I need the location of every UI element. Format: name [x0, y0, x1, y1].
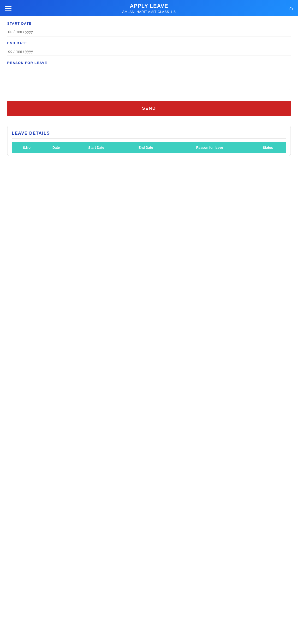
send-button[interactable]: SEND — [7, 100, 291, 116]
reason-group: REASON FOR LEAVE — [7, 61, 291, 91]
table-header: S.No Date Start Date End Date Reason for… — [12, 142, 286, 153]
col-reason: Reason for leave — [170, 142, 249, 153]
end-date-label: END DATE — [7, 41, 291, 45]
start-date-input[interactable] — [7, 28, 291, 36]
start-date-divider — [7, 36, 291, 36]
end-date-divider — [7, 56, 291, 56]
start-date-group: START DATE — [7, 22, 291, 36]
leave-details-card: LEAVE DETAILS S.No Date Start Date End D… — [7, 126, 291, 156]
header: APPLY LEAVE AMLANI HARIT AMIT CLASS-1 B … — [0, 0, 298, 16]
start-date-label: START DATE — [7, 22, 291, 26]
header-center: APPLY LEAVE AMLANI HARIT AMIT CLASS-1 B — [122, 3, 176, 14]
end-date-input[interactable] — [7, 48, 291, 56]
header-subtitle: AMLANI HARIT AMIT CLASS-1 B — [122, 10, 176, 14]
col-end-date: End Date — [122, 142, 170, 153]
page-title: APPLY LEAVE — [122, 3, 176, 9]
menu-icon[interactable] — [5, 6, 12, 10]
col-start-date: Start Date — [71, 142, 122, 153]
table-header-row: S.No Date Start Date End Date Reason for… — [12, 142, 286, 153]
reason-textarea[interactable] — [7, 67, 291, 91]
end-date-group: END DATE — [7, 41, 291, 56]
reason-label: REASON FOR LEAVE — [7, 61, 291, 65]
leave-details-title: LEAVE DETAILS — [12, 131, 286, 138]
col-sno: S.No — [12, 142, 42, 153]
home-icon[interactable]: ⌂ — [289, 4, 293, 12]
leave-details-table: S.No Date Start Date End Date Reason for… — [12, 142, 286, 153]
col-status: Status — [249, 142, 286, 153]
main-content: START DATE END DATE REASON FOR LEAVE SEN… — [0, 16, 298, 162]
col-date: Date — [42, 142, 71, 153]
